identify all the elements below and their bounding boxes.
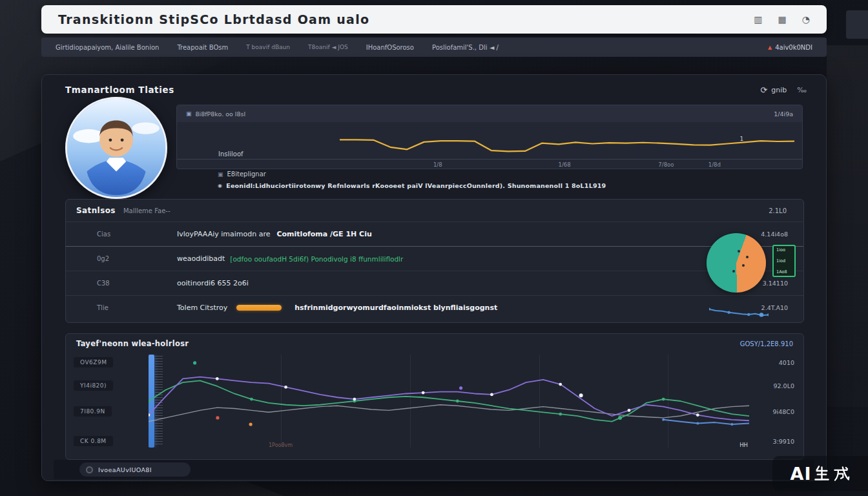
- alert-badge[interactable]: ▲ 4aiv0k0NDI: [768, 44, 812, 51]
- trend-title: Tayef'neonn wlea-holrlosr: [76, 339, 189, 348]
- ai-watermark: AI生成 AI: [772, 456, 868, 491]
- chart-caption: ◉ Eeonidl:Lidhuciortiirotonwy Refnlowarl…: [218, 182, 606, 189]
- top-chart-value: 1/4i9a: [774, 110, 793, 118]
- bg-shape-top-right: [846, 10, 868, 39]
- table-row[interactable]: C38 ooitinordi6 655 2o6i 3.14110: [66, 271, 803, 295]
- avatar: [65, 97, 167, 199]
- sparkline-chart: [709, 305, 769, 318]
- row-text-bold: Comitlofoma /GE 1H Ciu: [276, 230, 371, 238]
- profile-icon[interactable]: ◔: [802, 14, 810, 25]
- row-key: C38: [66, 280, 177, 287]
- pie-dot: [742, 264, 745, 267]
- row-text: ooitinordi6 655 2o6i: [177, 279, 249, 287]
- app-title: Transkitionn StipSCo Lbrtdasd Oam ualo: [58, 12, 369, 26]
- app-header: Transkitionn StipSCo Lbrtdasd Oam ualo ▥…: [41, 5, 827, 34]
- top-chart-card: ▣ 8i8fP8ko. oo l8sl 1/4i9a 1 Insliloof 1…: [176, 105, 803, 169]
- table-row[interactable]: 0g2 weaodidibadt [odfoo ooufaodH 5di6f) …: [66, 246, 803, 271]
- y-axis-label: CK 0.8M: [74, 436, 113, 446]
- trend-line-chart: 1Poo8vm HH: [149, 355, 749, 448]
- pie-chart: [707, 233, 766, 293]
- x-tick: 1/8: [433, 161, 442, 168]
- panel-controls: ⟳ gnib ‰: [760, 85, 807, 95]
- stats-subtitle: Mallleme Fae--: [123, 207, 170, 214]
- dashboard-panel: Tmanartloom Tlaties ⟳ gnib ‰: [41, 74, 827, 481]
- refresh-control[interactable]: ⟳ gnib: [760, 85, 787, 95]
- right-axis-value: 92.0L0: [774, 382, 795, 389]
- stats-header-value: 2.1L0: [769, 207, 787, 214]
- row-value: 3.14110: [763, 280, 803, 287]
- y-axis-label: YI4i820): [74, 380, 113, 391]
- panel-title: Tmanartloom Tlaties: [65, 85, 174, 95]
- y-axis-label: 7I80.9N: [74, 406, 112, 417]
- nav-item-3[interactable]: T8oanif ◄ JOS: [308, 44, 348, 50]
- legend-item: 1ioo: [776, 248, 792, 253]
- chart-square-icon: ▣: [186, 110, 192, 117]
- pie-dot: [738, 250, 740, 253]
- refresh-label: gnib: [771, 86, 787, 94]
- nav-item-5[interactable]: Posliofamil'S., Dli ◄ /: [432, 44, 499, 51]
- panel-footer: IvoeaAUvIUOA8I: [54, 460, 814, 479]
- footer-label: IvoeaAUvIUOA8I: [98, 466, 152, 473]
- legend-item: 1Ao8: [776, 270, 792, 274]
- desktop-background: Transkitionn StipSCo Lbrtdasd Oam ualo ▥…: [0, 0, 868, 496]
- x-tick: 7/8oo: [658, 161, 674, 168]
- row-key: Cias: [66, 231, 177, 238]
- row-text-bold: hsfrinmidgorwyomurdfaoinmiokst blynfliai…: [294, 304, 497, 312]
- chart-annotation: 1: [739, 136, 743, 142]
- main-nav: Girtidiopapaiyom, Aialile Bonion Treapoa…: [41, 37, 827, 57]
- pie-dot: [732, 270, 735, 273]
- cjk-cheng-glyph: [832, 465, 850, 482]
- trend-chart-body: OV6Z9M YI4i820) 7I80.9N CK 0.8M 4010 92.…: [66, 352, 803, 455]
- legend-item: 1iod: [776, 259, 792, 264]
- table-row[interactable]: Cias IvloyPAAAiy imaimodn are Comitlofom…: [66, 222, 803, 246]
- right-axis-value: 9i48C0: [773, 408, 794, 415]
- x-tick: 1/8d: [708, 161, 721, 168]
- cjk-sheng-glyph: [813, 465, 831, 482]
- stats-title: Satnlsos: [76, 206, 116, 215]
- table-row[interactable]: Tlie Tolem Citstroy hsfrinmidgorwyomurdf…: [66, 295, 803, 320]
- caption-text: Eeonidl:Lidhuciortiirotonwy Refnlowarls …: [226, 182, 606, 189]
- progress-bar: [236, 305, 282, 311]
- panel-header: Tmanartloom Tlaties ⟳ gnib ‰: [42, 75, 826, 105]
- trend-chart-card: Tayef'neonn wlea-holrlosr GOSY/1,2E8.910…: [65, 333, 804, 460]
- top-line-chart: 1: [340, 127, 794, 156]
- footer-status-pill[interactable]: IvoeaAUvIUOA8I: [79, 462, 191, 477]
- stats-table-header: Satnlsos Mallleme Fae-- 2.1L0: [66, 200, 803, 222]
- top-chart-label: 8i8fP8ko. oo l8sl: [196, 110, 246, 118]
- row-key: 0g2: [66, 255, 177, 262]
- alert-badge-label: 4aiv0k0NDI: [775, 44, 812, 51]
- stats-icon[interactable]: ▥: [754, 14, 762, 25]
- refresh-icon: ⟳: [760, 85, 767, 95]
- row-value: 4.14i4o8: [761, 231, 803, 238]
- x-tick: 1/68: [558, 161, 570, 168]
- alert-triangle-icon: ▲: [768, 45, 772, 50]
- grid-icon[interactable]: ▦: [778, 14, 787, 25]
- pie-dot: [746, 256, 749, 258]
- trend-header-value: GOSY/1,2E8.910: [740, 340, 793, 347]
- bg-shape-right: [827, 45, 868, 407]
- axis-square-icon: ▣: [218, 171, 223, 178]
- top-chart-header: ▣ 8i8fP8ko. oo l8sl 1/4i9a: [177, 105, 802, 122]
- nav-item-2[interactable]: T boavif dBaun: [246, 44, 290, 50]
- trend-chart-header: Tayef'neonn wlea-holrlosr GOSY/1,2E8.910: [66, 334, 803, 348]
- top-chart-axis: 1/8 1/68 7/8oo 1/8d: [177, 159, 802, 169]
- row-text: Tolem Citstroy: [177, 304, 227, 312]
- permille-icon[interactable]: ‰: [797, 86, 807, 94]
- pie-legend: 1ioo 1iod 1Ao8: [772, 245, 796, 277]
- y-axis-label: OV6Z9M: [74, 357, 113, 367]
- status-circle-icon: [86, 466, 93, 473]
- header-icon-group: ▥ ▦ ◔: [754, 14, 810, 25]
- row-text: weaodidibadt: [177, 254, 225, 263]
- stats-table-card: Satnlsos Mallleme Fae-- 2.1L0 Cias Ivloy…: [65, 199, 804, 323]
- watermark-latin: AI: [790, 464, 812, 484]
- nav-item-1[interactable]: Treapoait BOsm: [177, 44, 228, 51]
- row-text: IvloyPAAAiy imaimodn are: [177, 230, 270, 238]
- axis-label-text: E8iteplignar: [227, 170, 266, 178]
- row-key: Tlie: [66, 304, 177, 311]
- series-label: Insliloof: [218, 150, 243, 158]
- right-axis-value: 3:9910: [773, 437, 794, 444]
- nav-item-4[interactable]: IHoanfOSoroso: [366, 44, 414, 51]
- row-text-green: [odfoo ooufaodH 5di6f) Ponodivolg i8 ffu…: [230, 255, 403, 263]
- caption-dot-icon: ◉: [218, 183, 222, 189]
- nav-item-0[interactable]: Girtidiopapaiyom, Aialile Bonion: [56, 44, 159, 51]
